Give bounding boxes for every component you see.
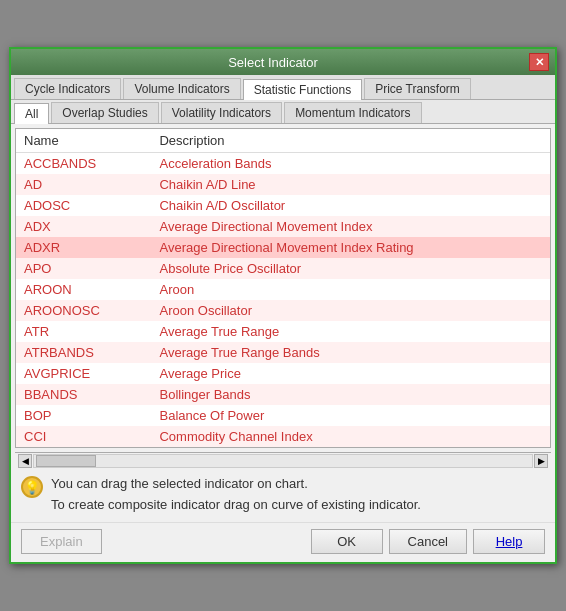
close-button[interactable]: ✕ — [529, 53, 549, 71]
cell-description: Average Directional Movement Index Ratin… — [151, 237, 550, 258]
table-row[interactable]: AROONOSCAroon Oscillator — [16, 300, 550, 321]
cell-description: Balance Of Power — [151, 405, 550, 426]
tab-price[interactable]: Price Transform — [364, 78, 471, 99]
cell-description: Absolute Price Oscillator — [151, 258, 550, 279]
cell-name: AD — [16, 174, 151, 195]
tab-overlap[interactable]: Overlap Studies — [51, 102, 158, 123]
cell-name: ATRBANDS — [16, 342, 151, 363]
tab-cycle[interactable]: Cycle Indicators — [14, 78, 121, 99]
tab-momentum[interactable]: Momentum Indicators — [284, 102, 421, 123]
info-text: You can drag the selected indicator on c… — [51, 474, 421, 516]
title-bar: Select Indicator ✕ — [11, 49, 555, 75]
tab-volatility[interactable]: Volatility Indicators — [161, 102, 282, 123]
tab-statistic[interactable]: Statistic Functions — [243, 79, 362, 100]
info-line2: To create composite indicator drag on cu… — [51, 495, 421, 516]
table-scroll[interactable]: Name Description ACCBANDSAcceleration Ba… — [16, 129, 550, 447]
info-icon-label: 💡 — [24, 480, 40, 495]
cell-name: APO — [16, 258, 151, 279]
cell-description: Acceleration Bands — [151, 153, 550, 175]
cell-description: Aroon — [151, 279, 550, 300]
cell-name: AVGPRICE — [16, 363, 151, 384]
cell-name: ADXR — [16, 237, 151, 258]
dialog: Select Indicator ✕ Cycle Indicators Volu… — [9, 47, 557, 564]
tab-volume[interactable]: Volume Indicators — [123, 78, 240, 99]
explain-button[interactable]: Explain — [21, 529, 102, 554]
scroll-track[interactable] — [33, 454, 533, 468]
table-row[interactable]: CCICommodity Channel Index — [16, 426, 550, 447]
table-body: ACCBANDSAcceleration BandsADChaikin A/D … — [16, 153, 550, 448]
indicator-table: Name Description ACCBANDSAcceleration Ba… — [16, 129, 550, 447]
cell-description: Average Price — [151, 363, 550, 384]
cell-description: Commodity Channel Index — [151, 426, 550, 447]
cell-description: Chaikin A/D Line — [151, 174, 550, 195]
cell-name: AROONOSC — [16, 300, 151, 321]
tabs-row2: All Overlap Studies Volatility Indicator… — [11, 100, 555, 124]
cell-description: Average True Range — [151, 321, 550, 342]
table-row[interactable]: ATRBANDSAverage True Range Bands — [16, 342, 550, 363]
ok-button[interactable]: OK — [311, 529, 383, 554]
table-row[interactable]: ADXAverage Directional Movement Index — [16, 216, 550, 237]
cell-name: BBANDS — [16, 384, 151, 405]
cell-description: Chaikin A/D Oscillator — [151, 195, 550, 216]
table-row[interactable]: AROONAroon — [16, 279, 550, 300]
cell-description: Bollinger Bands — [151, 384, 550, 405]
indicator-table-container: Name Description ACCBANDSAcceleration Ba… — [15, 128, 551, 448]
cell-description: Average Directional Movement Index — [151, 216, 550, 237]
col-name: Name — [16, 129, 151, 153]
cell-name: ADX — [16, 216, 151, 237]
cell-name: BOP — [16, 405, 151, 426]
scroll-left-button[interactable]: ◀ — [18, 454, 32, 468]
table-row[interactable]: AVGPRICEAverage Price — [16, 363, 550, 384]
table-row[interactable]: BOPBalance Of Power — [16, 405, 550, 426]
cell-name: CCI — [16, 426, 151, 447]
cell-name: ACCBANDS — [16, 153, 151, 175]
tabs-row1: Cycle Indicators Volume Indicators Stati… — [11, 75, 555, 100]
help-button[interactable]: Help — [473, 529, 545, 554]
info-line1: You can drag the selected indicator on c… — [51, 474, 421, 495]
col-description: Description — [151, 129, 550, 153]
horizontal-scrollbar[interactable]: ◀ ▶ — [15, 452, 551, 468]
cell-description: Average True Range Bands — [151, 342, 550, 363]
scroll-thumb[interactable] — [36, 455, 96, 467]
table-row[interactable]: ACCBANDSAcceleration Bands — [16, 153, 550, 175]
scroll-right-button[interactable]: ▶ — [534, 454, 548, 468]
cell-name: AROON — [16, 279, 151, 300]
cell-description: Aroon Oscillator — [151, 300, 550, 321]
dialog-title: Select Indicator — [17, 55, 529, 70]
tab-all[interactable]: All — [14, 103, 49, 124]
cell-name: ATR — [16, 321, 151, 342]
table-row[interactable]: APOAbsolute Price Oscillator — [16, 258, 550, 279]
button-row: Explain OK Cancel Help — [11, 522, 555, 562]
table-row[interactable]: ATRAverage True Range — [16, 321, 550, 342]
info-icon: 💡 — [21, 476, 43, 498]
info-area: 💡 You can drag the selected indicator on… — [11, 468, 555, 522]
cancel-button[interactable]: Cancel — [389, 529, 467, 554]
table-row[interactable]: ADChaikin A/D Line — [16, 174, 550, 195]
cell-name: ADOSC — [16, 195, 151, 216]
table-row[interactable]: ADOSCChaikin A/D Oscillator — [16, 195, 550, 216]
table-row[interactable]: ADXRAverage Directional Movement Index R… — [16, 237, 550, 258]
table-header-row: Name Description — [16, 129, 550, 153]
table-row[interactable]: BBANDSBollinger Bands — [16, 384, 550, 405]
